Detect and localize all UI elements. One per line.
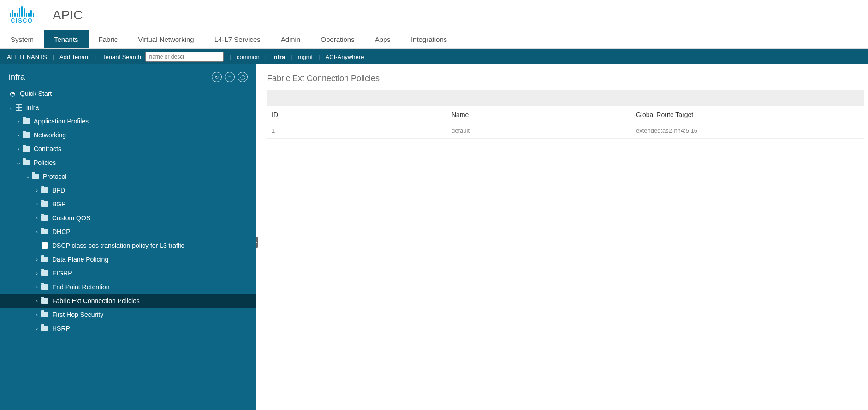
chevron-right-icon	[35, 201, 39, 207]
tree-item-label: DSCP class-cos translation policy for L3…	[52, 242, 184, 249]
tenant-link-common[interactable]: common	[237, 53, 260, 60]
tree-item-hsrp[interactable]: HSRP	[0, 322, 256, 335]
tree-item-dscp-class-cos-translation-policy-for-l3-traffic[interactable]: DSCP class-cos translation policy for L3…	[0, 239, 256, 252]
chevron-right-icon	[35, 215, 39, 221]
tree-item-label: EIGRP	[52, 269, 72, 277]
tenant-search-input[interactable]	[145, 52, 224, 62]
sidebar-action-3-icon[interactable]: ◯	[238, 72, 248, 82]
tenant-link-mgmt[interactable]: mgmt	[298, 53, 313, 60]
tree-item-networking[interactable]: Networking	[0, 128, 256, 142]
divider: |	[265, 53, 267, 60]
tree-item-bgp[interactable]: BGP	[0, 197, 256, 211]
table-toolbar	[267, 90, 864, 106]
cell-id: 1	[267, 127, 452, 134]
tenant-sub-nav: ALL TENANTS | Add Tenant | Tenant Search…	[0, 49, 868, 64]
folder-icon	[41, 270, 48, 276]
sidebar-title: infra	[9, 72, 25, 82]
tenant-search-label: Tenant Search:	[102, 53, 143, 60]
cell-name: default	[452, 127, 636, 134]
table-row[interactable]: 1defaultextended:as2-nn4:5:16	[267, 123, 864, 139]
sidebar-collapse-handle[interactable]: ‹	[256, 237, 258, 248]
tenant-link-aci-anywhere[interactable]: ACI-Anywhere	[326, 53, 364, 60]
main-panel: ‹ Fabric Ext Connection Policies ID Name…	[256, 64, 868, 410]
grid-icon	[15, 104, 23, 111]
divider: |	[229, 53, 231, 60]
tree-item-label: Policies	[34, 159, 56, 166]
tree-item-label: Contracts	[34, 145, 61, 152]
tree-item-label: Networking	[34, 131, 66, 139]
cisco-logo: CISCO	[10, 6, 34, 24]
chevron-down-icon	[16, 160, 21, 166]
nav-tab-apps[interactable]: Apps	[365, 30, 401, 48]
folder-icon	[32, 173, 39, 180]
tree-item-first-hop-security[interactable]: First Hop Security	[0, 308, 256, 322]
quick-start-label: Quick Start	[20, 90, 52, 97]
col-header-id[interactable]: ID	[267, 111, 452, 118]
nav-tree-items: infraApplication ProfilesNetworkingContr…	[0, 100, 256, 345]
tree-item-end-point-retention[interactable]: End Point Retention	[0, 280, 256, 294]
chevron-right-icon	[35, 298, 39, 304]
tree-item-fabric-ext-connection-policies[interactable]: Fabric Ext Connection Policies	[0, 294, 256, 308]
tree-item-label: Application Profiles	[34, 117, 89, 125]
folder-icon	[41, 256, 48, 263]
tree-item-label: First Hop Security	[52, 311, 103, 318]
nav-tab-admin[interactable]: Admin	[271, 30, 311, 48]
app-title: APIC	[53, 8, 83, 23]
chevron-down-icon	[9, 105, 13, 111]
nav-tab-tenants[interactable]: Tenants	[44, 30, 89, 48]
document-icon	[41, 242, 48, 249]
sidebar-header: infra ↻ ≡ ◯	[0, 64, 256, 87]
folder-icon	[41, 298, 48, 304]
policy-table: ID Name Global Route Target 1defaultexte…	[267, 90, 864, 139]
tenant-link-infra[interactable]: infra	[272, 53, 285, 60]
tree-item-dhcp[interactable]: DHCP	[0, 225, 256, 239]
sidebar-action-1-icon[interactable]: ↻	[212, 72, 222, 82]
sidebar-action-2-icon[interactable]: ≡	[225, 72, 235, 82]
folder-icon	[23, 146, 30, 152]
panel-title: Fabric Ext Connection Policies	[267, 74, 868, 83]
cisco-bars-icon	[10, 6, 34, 17]
tree-item-infra[interactable]: infra	[0, 100, 256, 114]
tree-item-policies[interactable]: Policies	[0, 156, 256, 170]
divider: |	[318, 53, 320, 60]
divider: |	[291, 53, 292, 60]
add-tenant-link[interactable]: Add Tenant	[59, 53, 90, 60]
col-header-name[interactable]: Name	[452, 111, 636, 118]
nav-tab-integrations[interactable]: Integrations	[401, 30, 457, 48]
chevron-right-icon	[35, 284, 39, 290]
chevron-right-icon	[35, 270, 39, 276]
folder-icon	[41, 325, 48, 332]
tree-item-label: Fabric Ext Connection Policies	[52, 297, 140, 305]
tree-item-custom-qos[interactable]: Custom QOS	[0, 211, 256, 225]
col-header-grt[interactable]: Global Route Target	[636, 111, 864, 118]
folder-icon	[41, 311, 48, 318]
folder-icon	[41, 201, 48, 207]
divider: |	[95, 53, 97, 60]
nav-tab-fabric[interactable]: Fabric	[89, 30, 128, 48]
nav-tab-virtual-networking[interactable]: Virtual Networking	[128, 30, 204, 48]
chevron-right-icon	[35, 187, 39, 193]
tree-item-label: infra	[26, 104, 39, 111]
tree-item-data-plane-policing[interactable]: Data Plane Policing	[0, 252, 256, 266]
tree-item-contracts[interactable]: Contracts	[0, 142, 256, 156]
quick-start-icon: ◔	[9, 90, 16, 97]
quick-start-item[interactable]: ◔ Quick Start	[0, 87, 256, 100]
nav-tab-l4-l7-services[interactable]: L4-L7 Services	[204, 30, 271, 48]
tree-item-label: Protocol	[43, 173, 66, 180]
chevron-right-icon	[16, 146, 21, 152]
tree-item-bfd[interactable]: BFD	[0, 183, 256, 197]
tree-item-application-profiles[interactable]: Application Profiles	[0, 114, 256, 128]
nav-tab-system[interactable]: System	[0, 30, 44, 48]
nav-tab-operations[interactable]: Operations	[310, 30, 364, 48]
sidebar: infra ↻ ≡ ◯ ◔ Quick Start infraApplicati…	[0, 64, 256, 410]
chevron-right-icon	[35, 312, 39, 317]
sidebar-action-icons: ↻ ≡ ◯	[212, 72, 248, 82]
tree-item-label: DHCP	[52, 228, 71, 235]
tree-item-protocol[interactable]: Protocol	[0, 170, 256, 183]
all-tenants-link[interactable]: ALL TENANTS	[7, 53, 47, 60]
tree-item-label: Custom QOS	[52, 214, 90, 222]
tree-item-eigrp[interactable]: EIGRP	[0, 266, 256, 280]
tree-item-label: Data Plane Policing	[52, 256, 108, 263]
brand-text: CISCO	[11, 18, 33, 24]
tree-item-label: End Point Retention	[52, 283, 110, 291]
